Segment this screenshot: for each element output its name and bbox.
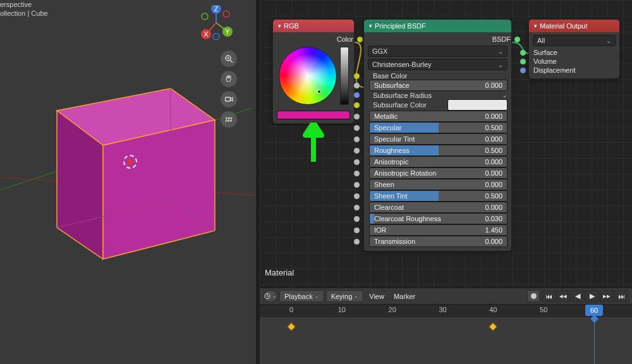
value-slider[interactable]: Anisotropic Rotation0.000 bbox=[369, 167, 507, 179]
node-material-output[interactable]: ▾ Material Output All ⌄ SurfaceVolumeDis… bbox=[528, 19, 620, 79]
value-slider[interactable]: Specular Tint0.000 bbox=[369, 133, 507, 145]
svg-point-9 bbox=[223, 11, 229, 17]
ruler-tick: 30 bbox=[439, 306, 446, 313]
viewport-3d[interactable]: erspective ollection | Cube Z Y X bbox=[0, 0, 256, 288]
input-socket[interactable] bbox=[354, 125, 360, 131]
socket-label: Displacement bbox=[530, 66, 580, 74]
input-socket[interactable] bbox=[354, 182, 360, 188]
value-slider[interactable]: Metallic0.000 bbox=[369, 111, 507, 122]
prop-transmission: Transmission0.000 bbox=[368, 236, 507, 247]
jump-start-icon[interactable]: ⏮ bbox=[542, 290, 556, 302]
input-socket[interactable] bbox=[354, 216, 360, 222]
keyframe-diamond[interactable] bbox=[489, 322, 497, 331]
autokey-toggle[interactable] bbox=[527, 290, 540, 302]
input-socket[interactable] bbox=[520, 50, 526, 56]
value-slider[interactable]: Clearcoat0.000 bbox=[369, 202, 507, 213]
prop-anisotropic-rotation: Anisotropic Rotation0.000 bbox=[368, 167, 507, 179]
prev-key-icon[interactable]: ◂◂ bbox=[556, 290, 570, 302]
input-volume: Volume bbox=[533, 57, 616, 66]
input-socket[interactable] bbox=[354, 92, 360, 98]
prop-clearcoat-roughness: Clearcoat Roughness0.030 bbox=[368, 213, 507, 224]
output-socket-bsdf[interactable] bbox=[514, 37, 520, 42]
input-socket[interactable] bbox=[354, 228, 360, 233]
input-socket[interactable] bbox=[354, 205, 360, 210]
socket-label: Volume bbox=[530, 58, 561, 65]
timeline-track[interactable] bbox=[260, 317, 632, 364]
menu-marker[interactable]: Marker bbox=[390, 293, 419, 300]
input-socket[interactable] bbox=[520, 59, 526, 64]
value-slider[interactable] bbox=[340, 47, 349, 105]
node-output-header[interactable]: ▾ Material Output bbox=[529, 20, 619, 32]
ruler-tick: 0 bbox=[289, 306, 293, 313]
value-slider[interactable]: Anisotropic0.000 bbox=[369, 156, 507, 167]
prop-label: Subsurface Color bbox=[369, 101, 430, 109]
collapse-icon[interactable]: ▾ bbox=[369, 23, 372, 29]
viewport-header-line2: ollection | Cube bbox=[0, 9, 48, 18]
input-socket[interactable] bbox=[354, 148, 360, 154]
zoom-icon[interactable] bbox=[221, 51, 237, 67]
color-wheel[interactable] bbox=[279, 47, 337, 105]
input-socket[interactable] bbox=[354, 102, 360, 108]
menu-view[interactable]: View bbox=[365, 293, 388, 300]
chevron-down-icon[interactable]: ⌄ bbox=[502, 91, 507, 99]
input-socket[interactable] bbox=[354, 239, 360, 245]
timeline-editor[interactable]: ⌄ Playback⌄ Keying⌄ View Marker ⏮◂◂◀▶▸▸⏭… bbox=[260, 288, 632, 364]
input-socket[interactable] bbox=[354, 73, 360, 79]
node-output-title: Material Output bbox=[540, 22, 587, 30]
value-slider[interactable]: Sheen Tint0.500 bbox=[369, 190, 507, 202]
timeline-editor-type-icon[interactable]: ⌄ bbox=[264, 290, 277, 302]
collapse-icon[interactable]: ▾ bbox=[534, 23, 537, 29]
socket-label-color: Color bbox=[337, 35, 353, 43]
collapse-icon[interactable]: ▾ bbox=[278, 23, 281, 29]
viewport-overlay-text: erspective ollection | Cube bbox=[0, 0, 48, 18]
input-socket[interactable] bbox=[354, 83, 360, 88]
sss-method-dropdown[interactable]: Christensen-Burley ⌄ bbox=[368, 59, 507, 70]
value-slider[interactable]: Sheen0.000 bbox=[369, 179, 507, 190]
prop-anisotropic: Anisotropic0.000 bbox=[368, 156, 507, 167]
jump-end-icon[interactable]: ⏭ bbox=[614, 290, 628, 302]
prop-sheen: Sheen0.000 bbox=[368, 179, 507, 190]
prop-clearcoat: Clearcoat0.000 bbox=[368, 202, 507, 213]
playhead[interactable] bbox=[594, 317, 595, 364]
play-fwd-icon[interactable]: ▶ bbox=[585, 290, 599, 302]
ruler-tick: 20 bbox=[389, 306, 396, 313]
distribution-dropdown[interactable]: GGX ⌄ bbox=[368, 46, 507, 57]
output-socket-color[interactable] bbox=[357, 37, 363, 42]
value-slider[interactable]: Specular0.500 bbox=[369, 122, 507, 133]
value-slider[interactable]: IOR1.450 bbox=[369, 224, 507, 236]
input-socket[interactable] bbox=[354, 193, 360, 199]
prop-base-color: Base Color bbox=[368, 72, 507, 80]
mesh-cube[interactable] bbox=[32, 76, 234, 278]
navigation-gizmo[interactable]: Z Y X bbox=[198, 5, 234, 40]
chevron-down-icon: ⌄ bbox=[498, 61, 503, 68]
timeline-ruler[interactable]: 010203040506060 bbox=[260, 305, 632, 317]
node-bsdf-header[interactable]: ▾ Principled BSDF bbox=[364, 20, 511, 32]
ruler-tick: 50 bbox=[540, 306, 547, 313]
input-socket[interactable] bbox=[520, 68, 526, 73]
node-principled-bsdf[interactable]: ▾ Principled BSDF BSDF GGX ⌄ Christensen… bbox=[363, 19, 512, 252]
color-field[interactable] bbox=[447, 99, 507, 111]
menu-playback[interactable]: Playback⌄ bbox=[279, 290, 324, 302]
value-slider[interactable]: Clearcoat Roughness0.030 bbox=[369, 213, 507, 224]
input-socket[interactable] bbox=[354, 159, 360, 165]
distribution-value: GGX bbox=[372, 47, 387, 55]
play-rev-icon[interactable]: ◀ bbox=[571, 290, 585, 302]
input-socket[interactable] bbox=[354, 171, 360, 176]
value-slider[interactable]: Roughness0.500 bbox=[369, 145, 507, 156]
shader-node-editor[interactable]: Material ▾ RGB Color bbox=[260, 0, 632, 288]
value-slider[interactable]: Subsurface0.000 bbox=[369, 80, 507, 91]
node-rgb[interactable]: ▾ RGB Color bbox=[272, 19, 355, 124]
svg-point-10 bbox=[202, 13, 208, 20]
prop-specular: Specular0.500 bbox=[368, 122, 507, 133]
menu-keying[interactable]: Keying⌄ bbox=[326, 290, 364, 302]
input-socket[interactable] bbox=[354, 114, 360, 119]
prop-label: Base Color bbox=[369, 72, 411, 80]
input-socket[interactable] bbox=[354, 136, 360, 142]
value-slider[interactable]: Transmission0.000 bbox=[369, 236, 507, 247]
keyframe-diamond[interactable] bbox=[287, 322, 296, 331]
sss-method-value: Christensen-Burley bbox=[372, 61, 432, 68]
rgb-swatch[interactable] bbox=[277, 111, 350, 119]
output-target-dropdown[interactable]: All ⌄ bbox=[533, 35, 616, 46]
node-rgb-header[interactable]: ▾ RGB bbox=[273, 20, 354, 32]
next-key-icon[interactable]: ▸▸ bbox=[600, 290, 614, 302]
